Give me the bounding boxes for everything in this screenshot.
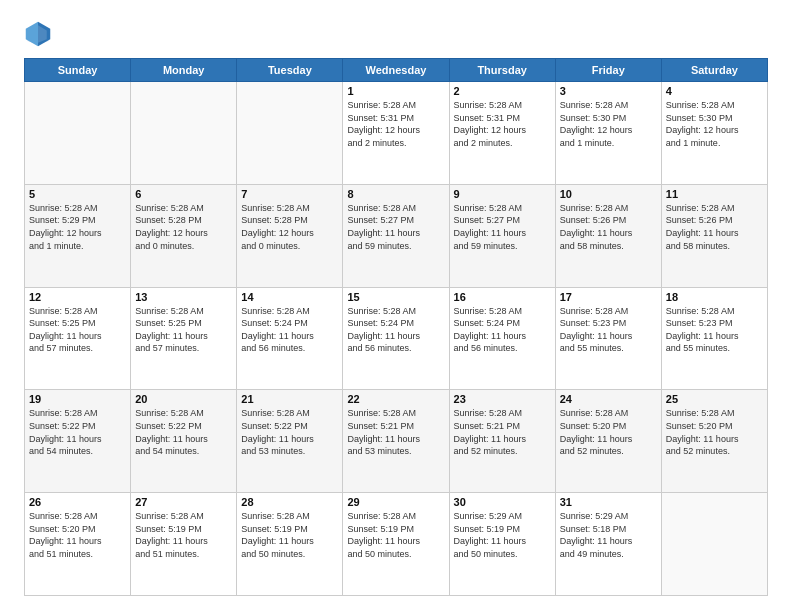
- day-number: 30: [454, 496, 551, 508]
- day-info: Sunrise: 5:28 AM Sunset: 5:22 PM Dayligh…: [241, 407, 338, 457]
- day-number: 2: [454, 85, 551, 97]
- calendar-day-10: 10Sunrise: 5:28 AM Sunset: 5:26 PM Dayli…: [555, 184, 661, 287]
- day-info: Sunrise: 5:28 AM Sunset: 5:24 PM Dayligh…: [454, 305, 551, 355]
- calendar-day-26: 26Sunrise: 5:28 AM Sunset: 5:20 PM Dayli…: [25, 493, 131, 596]
- calendar-day-24: 24Sunrise: 5:28 AM Sunset: 5:20 PM Dayli…: [555, 390, 661, 493]
- day-info: Sunrise: 5:28 AM Sunset: 5:28 PM Dayligh…: [135, 202, 232, 252]
- day-number: 15: [347, 291, 444, 303]
- day-header-sunday: Sunday: [25, 59, 131, 82]
- day-number: 1: [347, 85, 444, 97]
- calendar-week-3: 19Sunrise: 5:28 AM Sunset: 5:22 PM Dayli…: [25, 390, 768, 493]
- day-number: 19: [29, 393, 126, 405]
- calendar-day-25: 25Sunrise: 5:28 AM Sunset: 5:20 PM Dayli…: [661, 390, 767, 493]
- day-number: 6: [135, 188, 232, 200]
- calendar-day-14: 14Sunrise: 5:28 AM Sunset: 5:24 PM Dayli…: [237, 287, 343, 390]
- day-number: 27: [135, 496, 232, 508]
- day-info: Sunrise: 5:28 AM Sunset: 5:19 PM Dayligh…: [241, 510, 338, 560]
- calendar-day-8: 8Sunrise: 5:28 AM Sunset: 5:27 PM Daylig…: [343, 184, 449, 287]
- day-header-wednesday: Wednesday: [343, 59, 449, 82]
- day-info: Sunrise: 5:28 AM Sunset: 5:21 PM Dayligh…: [347, 407, 444, 457]
- day-number: 29: [347, 496, 444, 508]
- day-number: 13: [135, 291, 232, 303]
- day-number: 16: [454, 291, 551, 303]
- calendar-day-4: 4Sunrise: 5:28 AM Sunset: 5:30 PM Daylig…: [661, 82, 767, 185]
- header: [24, 20, 768, 48]
- day-info: Sunrise: 5:28 AM Sunset: 5:22 PM Dayligh…: [29, 407, 126, 457]
- day-number: 10: [560, 188, 657, 200]
- day-info: Sunrise: 5:28 AM Sunset: 5:19 PM Dayligh…: [347, 510, 444, 560]
- calendar-day-21: 21Sunrise: 5:28 AM Sunset: 5:22 PM Dayli…: [237, 390, 343, 493]
- day-number: 17: [560, 291, 657, 303]
- day-number: 14: [241, 291, 338, 303]
- day-number: 5: [29, 188, 126, 200]
- calendar-day-22: 22Sunrise: 5:28 AM Sunset: 5:21 PM Dayli…: [343, 390, 449, 493]
- calendar-day-2: 2Sunrise: 5:28 AM Sunset: 5:31 PM Daylig…: [449, 82, 555, 185]
- day-info: Sunrise: 5:28 AM Sunset: 5:29 PM Dayligh…: [29, 202, 126, 252]
- day-info: Sunrise: 5:28 AM Sunset: 5:22 PM Dayligh…: [135, 407, 232, 457]
- day-info: Sunrise: 5:28 AM Sunset: 5:31 PM Dayligh…: [347, 99, 444, 149]
- svg-marker-2: [26, 22, 38, 47]
- day-info: Sunrise: 5:29 AM Sunset: 5:19 PM Dayligh…: [454, 510, 551, 560]
- day-number: 11: [666, 188, 763, 200]
- calendar-day-20: 20Sunrise: 5:28 AM Sunset: 5:22 PM Dayli…: [131, 390, 237, 493]
- day-info: Sunrise: 5:28 AM Sunset: 5:31 PM Dayligh…: [454, 99, 551, 149]
- logo: [24, 20, 56, 48]
- logo-icon: [24, 20, 52, 48]
- day-info: Sunrise: 5:28 AM Sunset: 5:27 PM Dayligh…: [454, 202, 551, 252]
- day-number: 18: [666, 291, 763, 303]
- calendar-header-row: SundayMondayTuesdayWednesdayThursdayFrid…: [25, 59, 768, 82]
- page: SundayMondayTuesdayWednesdayThursdayFrid…: [0, 0, 792, 612]
- day-number: 4: [666, 85, 763, 97]
- day-number: 3: [560, 85, 657, 97]
- calendar-table: SundayMondayTuesdayWednesdayThursdayFrid…: [24, 58, 768, 596]
- day-header-saturday: Saturday: [661, 59, 767, 82]
- day-number: 23: [454, 393, 551, 405]
- calendar-day-12: 12Sunrise: 5:28 AM Sunset: 5:25 PM Dayli…: [25, 287, 131, 390]
- calendar-week-2: 12Sunrise: 5:28 AM Sunset: 5:25 PM Dayli…: [25, 287, 768, 390]
- day-info: Sunrise: 5:28 AM Sunset: 5:25 PM Dayligh…: [135, 305, 232, 355]
- day-number: 24: [560, 393, 657, 405]
- calendar-day-29: 29Sunrise: 5:28 AM Sunset: 5:19 PM Dayli…: [343, 493, 449, 596]
- day-info: Sunrise: 5:28 AM Sunset: 5:27 PM Dayligh…: [347, 202, 444, 252]
- calendar-day-6: 6Sunrise: 5:28 AM Sunset: 5:28 PM Daylig…: [131, 184, 237, 287]
- day-header-tuesday: Tuesday: [237, 59, 343, 82]
- day-number: 31: [560, 496, 657, 508]
- day-info: Sunrise: 5:28 AM Sunset: 5:28 PM Dayligh…: [241, 202, 338, 252]
- calendar-day-11: 11Sunrise: 5:28 AM Sunset: 5:26 PM Dayli…: [661, 184, 767, 287]
- calendar-empty-cell: [661, 493, 767, 596]
- day-number: 22: [347, 393, 444, 405]
- day-number: 20: [135, 393, 232, 405]
- calendar-body: 1Sunrise: 5:28 AM Sunset: 5:31 PM Daylig…: [25, 82, 768, 596]
- day-info: Sunrise: 5:28 AM Sunset: 5:26 PM Dayligh…: [560, 202, 657, 252]
- day-header-monday: Monday: [131, 59, 237, 82]
- day-info: Sunrise: 5:28 AM Sunset: 5:30 PM Dayligh…: [666, 99, 763, 149]
- calendar-day-23: 23Sunrise: 5:28 AM Sunset: 5:21 PM Dayli…: [449, 390, 555, 493]
- calendar-day-16: 16Sunrise: 5:28 AM Sunset: 5:24 PM Dayli…: [449, 287, 555, 390]
- calendar-day-9: 9Sunrise: 5:28 AM Sunset: 5:27 PM Daylig…: [449, 184, 555, 287]
- day-info: Sunrise: 5:28 AM Sunset: 5:23 PM Dayligh…: [666, 305, 763, 355]
- calendar-week-4: 26Sunrise: 5:28 AM Sunset: 5:20 PM Dayli…: [25, 493, 768, 596]
- day-info: Sunrise: 5:28 AM Sunset: 5:20 PM Dayligh…: [29, 510, 126, 560]
- day-number: 7: [241, 188, 338, 200]
- calendar-day-5: 5Sunrise: 5:28 AM Sunset: 5:29 PM Daylig…: [25, 184, 131, 287]
- day-info: Sunrise: 5:28 AM Sunset: 5:20 PM Dayligh…: [666, 407, 763, 457]
- calendar-day-17: 17Sunrise: 5:28 AM Sunset: 5:23 PM Dayli…: [555, 287, 661, 390]
- calendar-week-0: 1Sunrise: 5:28 AM Sunset: 5:31 PM Daylig…: [25, 82, 768, 185]
- day-info: Sunrise: 5:29 AM Sunset: 5:18 PM Dayligh…: [560, 510, 657, 560]
- day-info: Sunrise: 5:28 AM Sunset: 5:20 PM Dayligh…: [560, 407, 657, 457]
- calendar-day-28: 28Sunrise: 5:28 AM Sunset: 5:19 PM Dayli…: [237, 493, 343, 596]
- day-number: 21: [241, 393, 338, 405]
- calendar-day-19: 19Sunrise: 5:28 AM Sunset: 5:22 PM Dayli…: [25, 390, 131, 493]
- calendar-empty-cell: [25, 82, 131, 185]
- calendar-day-13: 13Sunrise: 5:28 AM Sunset: 5:25 PM Dayli…: [131, 287, 237, 390]
- calendar-day-3: 3Sunrise: 5:28 AM Sunset: 5:30 PM Daylig…: [555, 82, 661, 185]
- calendar-day-27: 27Sunrise: 5:28 AM Sunset: 5:19 PM Dayli…: [131, 493, 237, 596]
- calendar-day-30: 30Sunrise: 5:29 AM Sunset: 5:19 PM Dayli…: [449, 493, 555, 596]
- calendar-day-31: 31Sunrise: 5:29 AM Sunset: 5:18 PM Dayli…: [555, 493, 661, 596]
- calendar-week-1: 5Sunrise: 5:28 AM Sunset: 5:29 PM Daylig…: [25, 184, 768, 287]
- day-number: 12: [29, 291, 126, 303]
- calendar-day-15: 15Sunrise: 5:28 AM Sunset: 5:24 PM Dayli…: [343, 287, 449, 390]
- day-info: Sunrise: 5:28 AM Sunset: 5:23 PM Dayligh…: [560, 305, 657, 355]
- calendar-empty-cell: [131, 82, 237, 185]
- calendar-day-18: 18Sunrise: 5:28 AM Sunset: 5:23 PM Dayli…: [661, 287, 767, 390]
